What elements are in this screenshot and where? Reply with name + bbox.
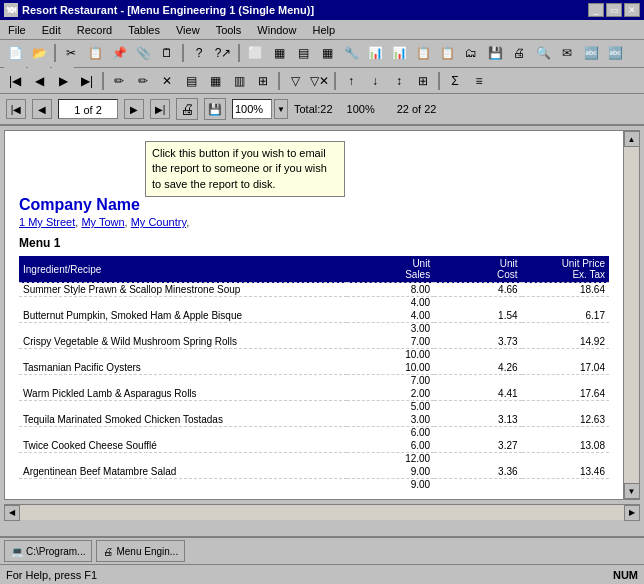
cell-price2 (522, 453, 609, 466)
close-button[interactable]: ✕ (624, 3, 640, 17)
records-of: 22 of 22 (397, 103, 437, 115)
vertical-scrollbar[interactable]: ▲ ▼ (623, 131, 639, 499)
cell-cost2 (434, 427, 521, 440)
tool-e-button[interactable]: ⊞ (412, 70, 434, 92)
menu-window[interactable]: Window (253, 23, 300, 37)
nav-last-button[interactable]: ▶| (76, 70, 98, 92)
print-button[interactable]: 🖨 (176, 98, 198, 120)
menu-view[interactable]: View (172, 23, 204, 37)
tool3-button[interactable]: ▤ (292, 42, 314, 64)
edit2-button[interactable]: ✏ (132, 70, 154, 92)
tool11-button[interactable]: 💾 (484, 42, 506, 64)
taskbar-menu-icon: 🖨 (103, 546, 113, 557)
paste-button[interactable]: 📌 (108, 42, 130, 64)
filter1-button[interactable]: ▽ (284, 70, 306, 92)
tool9-button[interactable]: 📋 (436, 42, 458, 64)
tool-f-button[interactable]: Σ (444, 70, 466, 92)
tool-c-button[interactable]: ▥ (228, 70, 250, 92)
taskbar-menu-button[interactable]: 🖨 Menu Engin... (96, 540, 185, 562)
menu-edit[interactable]: Edit (38, 23, 65, 37)
cell-sales2: 10.00 (347, 349, 434, 362)
scroll-down-button[interactable]: ▼ (624, 483, 640, 499)
help-button[interactable]: ? (188, 42, 210, 64)
tool-b-button[interactable]: ▦ (204, 70, 226, 92)
preview-prev-button[interactable]: ◀ (32, 99, 52, 119)
scroll-left-button[interactable]: ◀ (4, 505, 20, 521)
tool1-button[interactable]: ⬜ (244, 42, 266, 64)
preview-last-button[interactable]: ▶| (150, 99, 170, 119)
cell-sales2: 9.00 (347, 479, 434, 492)
preview-next-button[interactable]: ▶ (124, 99, 144, 119)
cell-sales1: 10.00 (347, 361, 434, 375)
menu-section-title: Menu 1 (19, 236, 609, 250)
cell-price1: 17.04 (522, 361, 609, 375)
sort3-button[interactable]: ↕ (388, 70, 410, 92)
tool-d-button[interactable]: ⊞ (252, 70, 274, 92)
tool16-button[interactable]: 🔤 (604, 42, 626, 64)
nav-next-button[interactable]: ▶ (52, 70, 74, 92)
cell-price1: 14.92 (522, 335, 609, 349)
scroll-track-h[interactable] (20, 505, 624, 520)
menu-file[interactable]: File (4, 23, 30, 37)
cell-sales1: 8.00 (347, 283, 434, 297)
menu-record[interactable]: Record (73, 23, 116, 37)
filter2-button[interactable]: ▽✕ (308, 70, 330, 92)
toolbar2-sep4 (438, 72, 440, 90)
tool8-button[interactable]: 📋 (412, 42, 434, 64)
tool5-button[interactable]: 🔧 (340, 42, 362, 64)
tool-g-button[interactable]: ≡ (468, 70, 490, 92)
menu-tools[interactable]: Tools (212, 23, 246, 37)
delete-button[interactable]: ✕ (156, 70, 178, 92)
main-toolbar: 📄 📂 ✂ 📋 📌 📎 🗒 ? ?↗ ⬜ ▦ ▤ ▦ 🔧 📊 📊 📋 📋 🗂 💾… (0, 40, 644, 68)
taskbar-program-button[interactable]: 💻 C:\Program... (4, 540, 92, 562)
paste3-button[interactable]: 🗒 (156, 42, 178, 64)
email-save-button[interactable]: 💾 (204, 98, 226, 120)
minimize-button[interactable]: _ (588, 3, 604, 17)
tool13-button[interactable]: 🔍 (532, 42, 554, 64)
scroll-up-button[interactable]: ▲ (624, 131, 640, 147)
cell-cost2 (434, 323, 521, 336)
help2-button[interactable]: ?↗ (212, 42, 234, 64)
tool14-button[interactable]: ✉ (556, 42, 578, 64)
company-name: Company Name (19, 196, 609, 214)
cell-ingredient: Tasmanian Pacific Oysters (19, 361, 347, 375)
tool-a-button[interactable]: ▤ (180, 70, 202, 92)
cell-cost1: 3.73 (434, 335, 521, 349)
tool10-button[interactable]: 🗂 (460, 42, 482, 64)
cell-empty (19, 375, 347, 388)
tool6-button[interactable]: 📊 (364, 42, 386, 64)
tool2-button[interactable]: ▦ (268, 42, 290, 64)
address-town: My Town (81, 216, 124, 228)
scroll-right-button[interactable]: ▶ (624, 505, 640, 521)
tool7-button[interactable]: 📊 (388, 42, 410, 64)
tool15-button[interactable]: 🔤 (580, 42, 602, 64)
scroll-track-v[interactable] (624, 147, 639, 483)
menu-tables[interactable]: Tables (124, 23, 164, 37)
open-button[interactable]: 📂 (28, 42, 50, 64)
taskbar: 💻 C:\Program... 🖨 Menu Engin... (0, 536, 644, 564)
preview-first-button[interactable]: |◀ (6, 99, 26, 119)
cell-price1: 12.63 (522, 413, 609, 427)
table-row-secondary: 6.00 (19, 427, 609, 440)
cell-ingredient: Summer Style Prawn & Scallop Minestrone … (19, 283, 347, 297)
paste2-button[interactable]: 📎 (132, 42, 154, 64)
nav-prev-button[interactable]: ◀ (28, 70, 50, 92)
nav-first-button[interactable]: |◀ (4, 70, 26, 92)
tool12-button[interactable]: 🖨 (508, 42, 530, 64)
new-button[interactable]: 📄 (4, 42, 26, 64)
zoom-input[interactable]: 100% (232, 99, 272, 119)
menu-help[interactable]: Help (308, 23, 339, 37)
cut-button[interactable]: ✂ (60, 42, 82, 64)
horizontal-scrollbar[interactable]: ◀ ▶ (4, 504, 640, 520)
zoom-dropdown[interactable]: ▼ (274, 99, 288, 119)
page-display: 1 of 2 (58, 99, 118, 119)
sort2-button[interactable]: ↓ (364, 70, 386, 92)
sort1-button[interactable]: ↑ (340, 70, 362, 92)
report-view: Click this button if you wish to email t… (5, 131, 623, 499)
tool4-button[interactable]: ▦ (316, 42, 338, 64)
copy-button[interactable]: 📋 (84, 42, 106, 64)
edit1-button[interactable]: ✏ (108, 70, 130, 92)
maximize-button[interactable]: ▭ (606, 3, 622, 17)
table-row-secondary: 7.00 (19, 375, 609, 388)
zoom-control: 100% ▼ (232, 99, 288, 119)
